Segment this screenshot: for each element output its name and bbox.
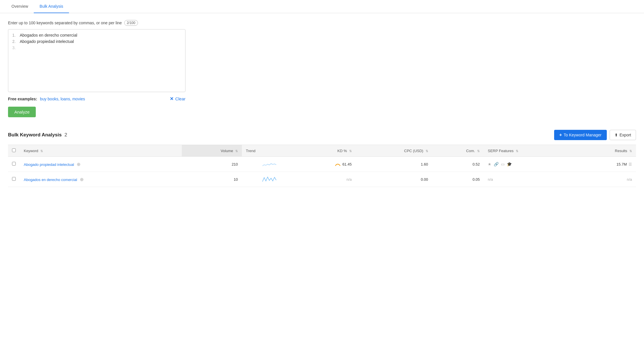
clear-label: Clear	[175, 96, 185, 101]
row1-trend-cell	[242, 157, 297, 172]
header-serp: SERP Features ⇅	[484, 145, 576, 157]
row1-checkbox[interactable]	[12, 162, 16, 166]
row2-serp-cell: n/a	[484, 172, 576, 187]
row1-serp-icons: ★ 🔗 ▭ 🎓	[488, 162, 572, 166]
row2-trend-sparkline	[246, 176, 293, 183]
row2-add-icon[interactable]: ⊕	[80, 177, 84, 182]
results-title-group: Bulk Keyword Analysis 2	[8, 132, 67, 138]
row2-trend-cell	[242, 172, 297, 187]
keyword-line-3: 3.	[12, 45, 181, 50]
row2-keyword-link[interactable]: Abogados en derecho comercial	[24, 178, 77, 182]
results-count: 2	[64, 132, 67, 138]
results-header: Bulk Keyword Analysis 2 + To Keyword Man…	[8, 130, 636, 140]
header-actions: + To Keyword Manager ⬆ Export	[554, 130, 636, 140]
examples-clear-row: Free examples: buy books, loans, movies …	[8, 96, 185, 102]
serp-star-icon: ★	[488, 162, 491, 166]
free-examples-label: Free examples:	[8, 97, 37, 101]
keyword-input-area[interactable]: 1. Abogados en derecho comercial 2. Abog…	[8, 29, 185, 92]
serp-graduation-icon: 🎓	[507, 162, 512, 166]
header-trend: Trend	[242, 145, 297, 157]
row2-results-cell: n/a	[576, 172, 636, 187]
header-cpc: CPC (USD) ⇅	[356, 145, 432, 157]
x-icon: ✕	[170, 96, 173, 102]
sort-cpc-icon[interactable]: ⇅	[426, 149, 428, 153]
to-keyword-manager-label: To Keyword Manager	[564, 133, 601, 137]
keyword-line-2: 2. Abogado propiedad intelectual	[12, 39, 181, 44]
row1-keyword-link[interactable]: Abogado propiedad intelectual	[24, 162, 74, 167]
header-results: Results ⇅	[576, 145, 636, 157]
export-label: Export	[620, 133, 631, 137]
sort-keyword-icon[interactable]: ⇅	[40, 149, 43, 153]
tab-bulk-analysis[interactable]: Bulk Analysis	[34, 0, 69, 13]
header-kd: KD % ⇅	[297, 145, 356, 157]
analyze-button[interactable]: Analyze	[8, 107, 36, 117]
plus-icon: +	[559, 132, 562, 138]
header-keyword: Keyword ⇅	[20, 145, 182, 157]
row2-cpc-cell: 0.00	[356, 172, 432, 187]
to-keyword-manager-button[interactable]: + To Keyword Manager	[554, 130, 607, 140]
serp-display-icon: ▭	[501, 162, 505, 166]
row2-keyword-cell: Abogados en derecho comercial ⊕	[20, 172, 182, 187]
row2-kd-value: n/a	[347, 177, 352, 182]
row1-keyword-cell: Abogado propiedad intelectual ⊕	[20, 157, 182, 172]
row1-results-value-group: 15.7M ☰	[580, 162, 632, 166]
header-volume: Volume ⇅	[182, 145, 242, 157]
free-examples: Free examples: buy books, loans, movies	[8, 97, 85, 101]
results-section: Bulk Keyword Analysis 2 + To Keyword Man…	[8, 130, 636, 187]
row1-trend-sparkline	[246, 161, 293, 168]
row1-cpc-cell: 1.60	[356, 157, 432, 172]
results-title: Bulk Keyword Analysis	[8, 132, 62, 138]
row1-kd-value: 61.45	[342, 162, 352, 166]
keyword-list: 1. Abogados en derecho comercial 2. Abog…	[12, 33, 181, 50]
row2-serp-na: n/a	[488, 177, 493, 182]
instruction-row: Enter up to 100 keywords separated by co…	[8, 20, 636, 26]
keyword-line-1: 1. Abogados en derecho comercial	[12, 33, 181, 37]
row1-serp-cell: ★ 🔗 ▭ 🎓	[484, 157, 576, 172]
sort-kd-icon[interactable]: ⇅	[349, 149, 352, 153]
export-icon: ⬆	[615, 133, 618, 137]
tabs-container: Overview Bulk Analysis	[0, 0, 644, 13]
sort-com-icon[interactable]: ⇅	[477, 149, 480, 153]
header-com: Com. ⇅	[432, 145, 484, 157]
table-header-row: Keyword ⇅ Volume ⇅ Trend KD % ⇅	[8, 145, 636, 157]
table-row: Abogado propiedad intelectual ⊕ 210	[8, 157, 636, 172]
tab-overview[interactable]: Overview	[6, 0, 34, 13]
free-examples-link[interactable]: buy books, loans, movies	[40, 97, 85, 101]
results-list-icon: ☰	[629, 162, 632, 166]
trend-stable-svg	[262, 161, 277, 168]
row2-com-cell: 0.05	[432, 172, 484, 187]
table-row: Abogados en derecho comercial ⊕ 10 n/a	[8, 172, 636, 187]
sort-volume-icon[interactable]: ⇅	[235, 149, 238, 153]
main-content: Enter up to 100 keywords separated by co…	[0, 13, 644, 194]
row1-checkbox-cell	[8, 157, 20, 172]
row2-kd-cell: n/a	[297, 172, 356, 187]
row2-checkbox-cell	[8, 172, 20, 187]
header-checkbox-col	[8, 145, 20, 157]
serp-link-icon: 🔗	[494, 162, 499, 166]
row2-checkbox[interactable]	[12, 177, 16, 181]
row1-com-cell: 0.52	[432, 157, 484, 172]
row1-volume-cell: 210	[182, 157, 242, 172]
kd-arc-icon	[335, 162, 341, 166]
select-all-checkbox[interactable]	[12, 148, 16, 152]
row2-results-value: n/a	[627, 177, 632, 182]
trend-volatile-svg	[262, 176, 277, 183]
instruction-text: Enter up to 100 keywords separated by co…	[8, 21, 122, 25]
results-table: Keyword ⇅ Volume ⇅ Trend KD % ⇅	[8, 145, 636, 187]
row1-kd-cell: 61.45	[297, 157, 356, 172]
export-button[interactable]: ⬆ Export	[610, 130, 636, 140]
row1-results-value: 15.7M	[617, 162, 627, 166]
sort-serp-icon[interactable]: ⇅	[516, 149, 518, 153]
row1-results-cell: 15.7M ☰	[576, 157, 636, 172]
row1-add-icon[interactable]: ⊕	[77, 162, 80, 167]
row2-volume-cell: 10	[182, 172, 242, 187]
keyword-counter: 2/100	[124, 20, 138, 26]
sort-results-icon[interactable]: ⇅	[629, 149, 632, 153]
clear-button[interactable]: ✕ Clear	[170, 96, 185, 102]
